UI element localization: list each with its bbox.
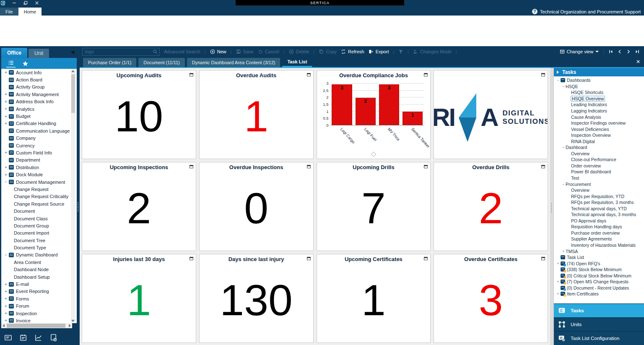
sidebar-item-dock-module[interactable]: +Dock Module: [1, 171, 77, 178]
tile-minimize-icon[interactable]: [190, 257, 193, 260]
office-tree-horizontal-scrollbar[interactable]: [1, 323, 72, 328]
task-tree-item-overview[interactable]: Overview: [554, 187, 644, 193]
sidebar-item-change-request-criticality[interactable]: Change Request Criticality: [1, 193, 77, 200]
task-tree-item-close-out-performance[interactable]: Close-out Performance: [554, 157, 644, 163]
expander-icon[interactable]: +: [4, 165, 8, 170]
list-view-icon[interactable]: [6, 60, 16, 68]
sidebar-item-custom-field-info[interactable]: +Custom Field Info: [1, 149, 77, 156]
task-tree-item-item-certificates[interactable]: +Item Certificates: [554, 291, 644, 297]
expander-icon[interactable]: −: [556, 78, 560, 82]
sidebar-item-change-request-source[interactable]: Change Request Source: [1, 200, 77, 207]
doc-tab-document-11-11-[interactable]: Document (11/11): [138, 58, 184, 67]
task-tree-item-supplier-agreements[interactable]: Supplier Agreements: [554, 236, 644, 242]
export-button[interactable]: Export: [369, 49, 389, 54]
task-tree-item-tmsa[interactable]: +TMSA: [554, 248, 644, 254]
panel-button-task-list-configuration[interactable]: Task List Configuration: [554, 331, 644, 345]
tile-minimize-icon[interactable]: [307, 73, 311, 76]
sidebar-item-forum[interactable]: +Forum: [1, 303, 77, 310]
close-window-icon[interactable]: [34, 0, 39, 5]
sidebar-item-inspection[interactable]: +Inspection: [1, 310, 77, 317]
task-tree-item-rfqs-per-requisition-3-months[interactable]: RFQs per Requisition, 3 months: [554, 199, 644, 206]
task-tree-item-dashboard[interactable]: −Dashboard: [554, 144, 644, 151]
sidebar-item-document-tree[interactable]: Document Tree: [1, 237, 77, 244]
device-settings-icon[interactable]: [49, 334, 57, 342]
tile-minimize-icon[interactable]: [541, 165, 545, 168]
tile-minimize-icon[interactable]: [190, 73, 193, 76]
tile-minimize-icon[interactable]: [541, 257, 545, 260]
task-tree-item-order-overview[interactable]: Order overview: [554, 163, 644, 169]
tile-minimize-icon[interactable]: [541, 73, 545, 76]
change-view-button[interactable]: Change view: [560, 49, 599, 54]
refresh-button[interactable]: Refresh: [341, 49, 364, 54]
sidebar-item-document-management[interactable]: −Document Management: [1, 178, 77, 186]
expander-icon[interactable]: +: [4, 107, 8, 111]
task-tree-item--74-open-rfq-s[interactable]: +(74) Open RFQ's: [554, 260, 644, 267]
sidebar-item-document[interactable]: Document: [1, 207, 77, 214]
task-tree-item--338-stock-below-minimum[interactable]: (338) Stock Below Minimum: [554, 267, 644, 273]
search-icon[interactable]: [153, 49, 158, 54]
task-tree-item-technical-aproval-days-3-months[interactable]: Technical aproval days, 3 months: [554, 212, 644, 218]
bar-mv-trica[interactable]: 3: [379, 84, 399, 125]
expander-icon[interactable]: +: [556, 261, 560, 266]
doc-tab-task-list[interactable]: Task List: [282, 58, 312, 67]
expander-icon[interactable]: +: [4, 70, 8, 75]
sidebar-item-certificate-handling[interactable]: +Certificate Handling: [1, 120, 77, 127]
doc-tab-purchase-order-1-1-[interactable]: Purchase Order (1/1): [83, 58, 136, 67]
task-tree-item-inventory-of-hazardous-materials[interactable]: Inventory of Hazardous Materials: [554, 242, 644, 248]
sidebar-tab-unit[interactable]: Unit: [29, 49, 49, 58]
sidebar-item-company[interactable]: Company: [1, 135, 77, 142]
task-tree-item-inspector-findings-overview[interactable]: Inspector Findings overview: [554, 120, 644, 126]
expander-icon[interactable]: +: [4, 92, 8, 97]
task-tree-item-purchase-order-overview[interactable]: Purchase order overview: [554, 230, 644, 236]
restore-window-icon[interactable]: [23, 0, 28, 5]
tile-minimize-icon[interactable]: [307, 165, 311, 168]
expander-icon[interactable]: +: [4, 99, 8, 104]
help-area[interactable]: ? Technical Organization and Procurement…: [532, 8, 644, 16]
task-tree-item-overview[interactable]: Overview: [554, 151, 644, 157]
first-record-icon[interactable]: [608, 49, 613, 54]
scrollbar-thumb[interactable]: [7, 324, 65, 328]
expander-icon[interactable]: +: [4, 150, 8, 155]
sidebar-item-document-group[interactable]: Document Group: [1, 222, 77, 229]
expander-icon[interactable]: +: [4, 318, 8, 323]
sidebar-item-forms[interactable]: +Forms: [1, 295, 77, 302]
task-tree-item-inspection-overview[interactable]: Inspection Overview: [554, 132, 644, 139]
expander-icon[interactable]: +: [4, 114, 8, 119]
delete-button[interactable]: Delete: [289, 49, 309, 54]
last-record-icon[interactable]: [635, 49, 640, 54]
minimize-window-icon[interactable]: [11, 0, 17, 5]
task-tree-item-po-approval-days[interactable]: PO Approval days: [554, 218, 644, 224]
expander-icon[interactable]: +: [4, 296, 8, 301]
expander-icon[interactable]: +: [556, 280, 560, 284]
sidebar-item-budget[interactable]: +Budget: [1, 112, 77, 120]
expander-icon[interactable]: +: [4, 311, 8, 316]
expander-icon[interactable]: +: [4, 304, 8, 308]
bar-logi-cargo[interactable]: 3: [332, 84, 352, 125]
task-tree-item-rfqs-per-requisition-ytd[interactable]: RFQs per Requisition, YTD: [554, 193, 644, 199]
expander-icon[interactable]: +: [4, 121, 8, 126]
sidebar-item-e-mail[interactable]: +E-mail: [1, 280, 77, 288]
task-tree-item-hsqe-overview[interactable]: HSQE Overview: [554, 96, 644, 102]
cancel-button[interactable]: Cancel: [258, 49, 279, 54]
sidebar-item-dashboard-node[interactable]: Dashboard Node: [1, 266, 77, 273]
bar-logi-fuel[interactable]: 2: [356, 98, 376, 125]
sidebar-item-analytics[interactable]: +Analytics: [1, 105, 77, 112]
close-tab-icon[interactable]: ✕: [636, 59, 640, 65]
planning-board-icon[interactable]: [19, 334, 27, 342]
scrollbar-thumb[interactable]: [71, 74, 75, 113]
sidebar-item-dashboard-setup[interactable]: Dashboard Setup: [1, 273, 77, 280]
office-tree-vertical-scrollbar[interactable]: [71, 69, 75, 323]
doc-tab-dynamic-dashboard-area-content-3-12-[interactable]: Dynamic Dashboard Area Content (3/12): [187, 58, 280, 67]
new-button[interactable]: New: [210, 49, 226, 54]
next-record-icon[interactable]: [626, 49, 631, 54]
save-button[interactable]: Save: [236, 49, 254, 54]
task-tree-item-procurement[interactable]: −Procurement: [554, 181, 644, 187]
notes-icon[interactable]: [4, 334, 12, 342]
task-tree-item-test[interactable]: Test: [554, 175, 644, 181]
expander-icon[interactable]: +: [4, 282, 8, 287]
expander-icon[interactable]: −: [561, 145, 566, 149]
left-splitter[interactable]: [77, 46, 80, 345]
task-tree-item-hsqe-shortcuts[interactable]: HSQE Shortcuts: [554, 89, 644, 96]
sidebar-item-change-request[interactable]: Change Request: [1, 186, 77, 193]
bar-sertica-tanker[interactable]: 1: [402, 112, 423, 125]
